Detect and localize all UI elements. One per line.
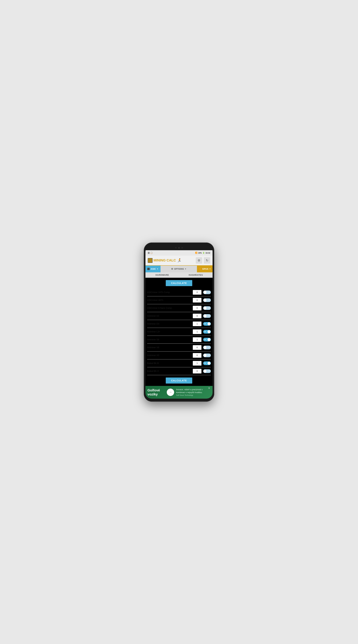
asic-arrow-icon: ▼ — [157, 268, 158, 270]
miner-toggle[interactable]: ON — [203, 322, 211, 326]
miner-list: ASICminer 24Th Comp.OFFASICminer 48ThOFF… — [146, 288, 212, 375]
toggle-knob — [204, 299, 206, 302]
miner-toggle[interactable]: OFF — [203, 314, 211, 318]
miner-row: ASICminer 48ThOFF — [147, 296, 211, 304]
refresh-icon: ↻ — [206, 258, 208, 262]
miner-toggle[interactable]: ON — [203, 362, 211, 365]
tab-headers: HARDWARE HASHRATES — [146, 272, 212, 278]
logo-grid-icon — [148, 258, 152, 263]
wifi-icon: 📶 — [195, 252, 198, 254]
logo-runner-icon: 🏃 — [177, 258, 181, 263]
ad-cta-button[interactable]: → — [167, 388, 174, 396]
miner-toggle[interactable]: OFF — [203, 346, 211, 349]
miner-row: ASICminer 8 Nano Comp.OFF — [147, 304, 211, 312]
status-right: 📶 19% 🔋 16:32 — [195, 252, 210, 254]
asic-chip-icon: ⬛ — [147, 268, 150, 270]
miner-name: Antminer L3+ — [147, 330, 191, 333]
nav-options-tab[interactable]: ⚙ OPTIONS ▼ — [160, 266, 197, 272]
toggle-label: ON — [204, 331, 206, 332]
ad-close-button[interactable]: ✕ — [208, 386, 210, 390]
ad-description-area: Inovace, vášeň a preciznost v kombinaci … — [176, 388, 210, 396]
sensor-dot-1 — [175, 247, 176, 248]
settings-button[interactable]: ⚙ — [196, 257, 202, 264]
miner-name: Baikal BK-X — [147, 370, 191, 372]
phone-screen: 🖼 📋 📶 19% 🔋 16:32 — [146, 246, 212, 399]
miner-quantity-input[interactable] — [193, 337, 202, 342]
phone-sensors — [146, 246, 212, 250]
toggle-label: OFF — [208, 307, 210, 309]
tab-hashrates[interactable]: HASHRATES — [179, 272, 212, 278]
miner-toggle[interactable]: ON — [203, 330, 211, 334]
miner-quantity-input[interactable] — [193, 314, 202, 318]
miner-toggle[interactable]: OFF — [203, 306, 211, 310]
miner-toggle[interactable]: OFF — [203, 369, 211, 373]
refresh-button[interactable]: ↻ — [204, 257, 210, 264]
miner-name: Antminer X3 — [147, 354, 191, 356]
toggle-knob — [204, 370, 206, 373]
ad-company-name: Golf Geum Technology — [176, 394, 210, 396]
toggle-knob — [204, 314, 206, 318]
miner-row: Baikal BK-XOFF — [147, 367, 211, 375]
phone-frame: 🖼 📋 📶 19% 🔋 16:32 — [144, 242, 214, 402]
status-image-icon: 🖼 — [148, 252, 150, 254]
asic-label: ASIC — [151, 268, 156, 270]
miner-toggle[interactable]: OFF — [203, 354, 211, 357]
miner-toggle[interactable]: ON — [203, 338, 211, 342]
camera-sensor — [178, 247, 180, 249]
miner-row: Antminer S9ON — [147, 336, 211, 344]
miner-name: ASICminer 48Th — [147, 299, 191, 301]
miner-name: ASICminer 8 Nano Comp. — [147, 307, 191, 309]
miner-name: Antminer A3 — [147, 314, 191, 317]
ad-title-area: Golfové vozíky — [148, 388, 165, 396]
miner-row: Antminer V9OFF — [147, 344, 211, 352]
logo-text: MINING CALC — [154, 258, 176, 262]
toggle-knob — [204, 306, 206, 310]
status-sim-icon: 📋 — [150, 252, 153, 254]
status-bar: 🖼 📋 📶 19% 🔋 16:32 — [146, 250, 212, 256]
toggle-knob — [208, 322, 210, 325]
app-header: MINING CALC 🏃 ⚙ ↻ — [146, 256, 212, 266]
logo-mining: MINING — [154, 258, 166, 262]
ad-title: Golfové vozíky — [148, 388, 165, 396]
miner-name: Antminer S9 — [147, 338, 191, 341]
miner-quantity-input[interactable] — [193, 361, 202, 366]
miner-toggle[interactable]: OFF — [203, 290, 211, 294]
gpus-icon: 🔆 — [199, 268, 201, 270]
miner-quantity-input[interactable] — [193, 290, 202, 295]
tab-hardware[interactable]: HARDWARE — [146, 272, 179, 278]
nav-asic-tab[interactable]: ⬛ ASIC ▼ — [146, 266, 160, 272]
miner-quantity-input[interactable] — [193, 298, 202, 302]
calculate-top-button[interactable]: CALCULATE — [166, 280, 192, 286]
miner-quantity-input[interactable] — [193, 345, 202, 350]
miner-name: ASICminer 24Th Comp. — [147, 291, 191, 294]
miner-quantity-input[interactable] — [193, 353, 202, 358]
toggle-label: OFF — [208, 347, 210, 348]
miner-row: Antminer L3+ON — [147, 328, 211, 336]
toggle-label: ON — [204, 339, 206, 340]
toggle-knob — [208, 338, 210, 341]
miner-toggle[interactable]: OFF — [203, 298, 211, 302]
gpus-arrow-icon: ▼ — [209, 268, 211, 270]
sensor-dot-2 — [182, 247, 183, 248]
toggle-knob — [204, 346, 206, 349]
options-label: OPTIONS — [174, 268, 184, 270]
header-icons: ⚙ ↻ — [196, 257, 210, 264]
miner-quantity-input[interactable] — [193, 322, 202, 326]
miner-quantity-input[interactable] — [193, 306, 202, 310]
nav-gpus-tab[interactable]: 🔆 GPUS ▼ — [197, 266, 212, 272]
calculate-bottom-button[interactable]: CALCULATE — [166, 378, 192, 384]
toggle-label: ON — [204, 323, 206, 324]
logo-area: MINING CALC 🏃 — [148, 258, 181, 263]
toggle-knob — [204, 354, 206, 357]
options-filter-icon: ⚙ — [171, 268, 173, 270]
miner-row: Antminer D3ON — [147, 320, 211, 328]
settings-icon: ⚙ — [198, 258, 200, 262]
miner-row: Antminer A3OFF — [147, 312, 211, 320]
ad-arrow-icon: → — [169, 390, 172, 394]
toggle-knob — [208, 362, 210, 365]
miner-quantity-input[interactable] — [193, 330, 202, 334]
miner-row: Antminer X3OFF — [147, 352, 211, 360]
logo-calc: CALC — [166, 258, 176, 262]
miner-quantity-input[interactable] — [193, 369, 202, 374]
battery-percentage: 19% — [198, 252, 202, 254]
